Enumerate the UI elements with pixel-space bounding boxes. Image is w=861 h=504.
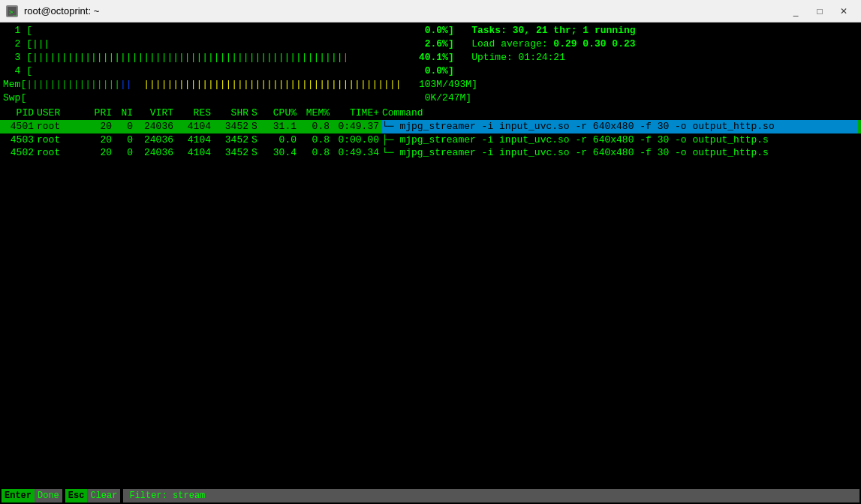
cell-ni: 0: [115, 134, 136, 147]
cell-cmd: └─ mjpg_streamer -i input_uvc.so -r 640x…: [382, 146, 858, 160]
window-controls: _ □ ✕: [784, 4, 855, 19]
header-cmd: Command: [382, 106, 858, 120]
cell-time: 0:00.00: [333, 134, 382, 147]
cell-pid: 4503: [3, 134, 37, 147]
enter-value: Done: [35, 489, 62, 502]
status-bar: EnterDone EscClear Filter: stream: [0, 488, 861, 504]
cell-pid: 4501: [3, 120, 37, 134]
cell-mem: 0.8: [300, 146, 333, 160]
cell-ni: 0: [115, 146, 136, 160]
title-bar-left: >_ root@octoprint: ~: [6, 5, 99, 17]
esc-value: Clear: [87, 489, 120, 502]
header-time: TIME+: [333, 106, 382, 120]
esc-status: EscClear: [65, 488, 121, 504]
cell-cpu: 30.4: [266, 146, 300, 160]
cell-time: 0:49.34: [333, 146, 382, 160]
process-table: 4501 root 20 0 24036 4104 3452 S 31.1 0.…: [0, 120, 861, 160]
header-res: RES: [176, 106, 214, 120]
cell-res: 4104: [176, 146, 214, 160]
table-row[interactable]: 4503 root 20 0 24036 4104 3452 S 0.0 0.8…: [0, 134, 861, 147]
cell-cpu: 0.0: [266, 134, 300, 147]
window-title: root@octoprint: ~: [24, 5, 99, 16]
filter-area[interactable]: Filter: stream: [123, 489, 859, 502]
cell-virt: 24036: [136, 134, 176, 147]
cell-shr: 3452: [214, 134, 251, 147]
terminal-window: 1 [ 0.0%] Tasks: 30, 21 thr; 1 running 2…: [0, 22, 861, 504]
header-s: S: [251, 106, 266, 120]
filter-value: stream: [173, 490, 205, 501]
cell-pid: 4502: [3, 146, 37, 160]
filter-label: Filter:: [129, 490, 167, 501]
cell-time: 0:49.37: [333, 120, 382, 134]
cell-res: 4104: [176, 120, 214, 134]
cell-mem: 0.8: [300, 134, 333, 147]
enter-key: Enter: [2, 489, 35, 502]
title-bar: >_ root@octoprint: ~ _ □ ✕: [0, 0, 861, 22]
minimize-button[interactable]: _: [784, 4, 807, 19]
cell-shr: 3452: [214, 146, 251, 160]
cell-virt: 24036: [136, 120, 176, 134]
enter-status: EnterDone: [2, 488, 62, 504]
terminal-icon: >_: [6, 5, 18, 17]
header-pid: PID: [3, 106, 37, 120]
cell-s: S: [251, 146, 266, 160]
cell-ni: 0: [115, 120, 136, 134]
cell-shr: 3452: [214, 120, 251, 134]
cell-s: S: [251, 134, 266, 147]
cell-user: root: [37, 134, 83, 147]
header-mem: MEM%: [300, 106, 333, 120]
svg-text:>_: >_: [9, 8, 17, 16]
table-header: PID USER PRI NI VIRT RES SHR S CPU% MEM%…: [0, 106, 861, 120]
header-user: USER: [37, 106, 83, 120]
cell-cmd: ├─ mjpg_streamer -i input_uvc.so -r 640x…: [382, 134, 858, 147]
header-virt: VIRT: [136, 106, 176, 120]
table-row[interactable]: 4501 root 20 0 24036 4104 3452 S 31.1 0.…: [0, 120, 861, 134]
header-cpu: CPU%: [266, 106, 300, 120]
maximize-button[interactable]: □: [808, 4, 831, 19]
cell-user: root: [37, 146, 83, 160]
close-button[interactable]: ✕: [832, 4, 855, 19]
header-shr: SHR: [214, 106, 251, 120]
cell-res: 4104: [176, 134, 214, 147]
cell-pri: 20: [83, 120, 115, 134]
cell-cmd: └─ mjpg_streamer -i input_uvc.so -r 640x…: [382, 120, 858, 134]
terminal-empty-space: [0, 160, 861, 445]
cell-pri: 20: [83, 146, 115, 160]
header-ni: NI: [115, 106, 136, 120]
esc-key: Esc: [65, 489, 88, 502]
cell-mem: 0.8: [300, 120, 333, 134]
cell-cpu: 31.1: [266, 120, 300, 134]
table-row[interactable]: 4502 root 20 0 24036 4104 3452 S 30.4 0.…: [0, 146, 861, 160]
cell-virt: 24036: [136, 146, 176, 160]
htop-output: 1 [ 0.0%] Tasks: 30, 21 thr; 1 running 2…: [0, 22, 861, 106]
cell-user: root: [37, 120, 83, 134]
cell-s: S: [251, 120, 266, 134]
header-pri: PRI: [83, 106, 115, 120]
cell-pri: 20: [83, 134, 115, 147]
